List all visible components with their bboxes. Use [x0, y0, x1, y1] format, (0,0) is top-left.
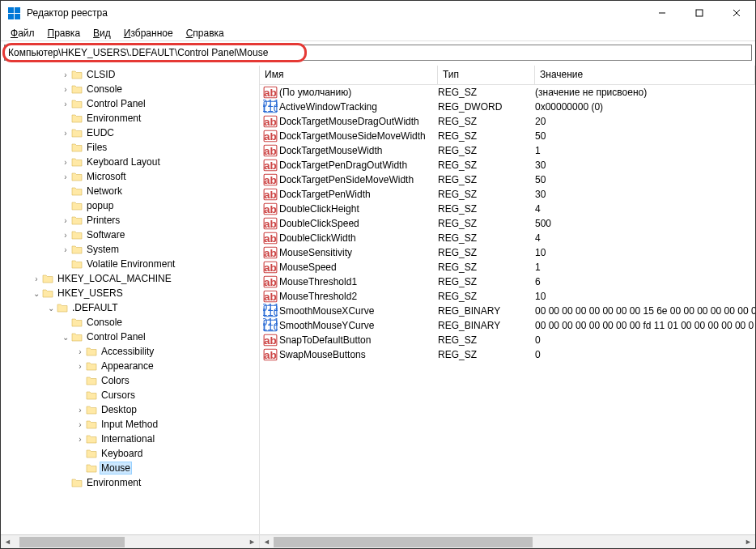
- folder-icon: [85, 360, 98, 372]
- svg-text:ab: ab: [264, 262, 277, 274]
- chevron-icon[interactable]: ›: [75, 347, 85, 356]
- scroll-right-icon[interactable]: ►: [245, 535, 259, 549]
- value-row[interactable]: 011110SmoothMouseYCurveREG_BINARY00 00 0…: [260, 318, 755, 333]
- value-row[interactable]: abDockTargetMouseSideMoveWidthREG_SZ50: [260, 129, 755, 143]
- tree-item[interactable]: ⌄.DEFAULT: [1, 300, 259, 315]
- chevron-icon[interactable]: ›: [61, 231, 70, 240]
- menu-help[interactable]: Справка: [181, 26, 229, 40]
- tree-item[interactable]: Environment: [1, 111, 259, 126]
- tree-item[interactable]: ›Keyboard Layout: [1, 155, 259, 169]
- tree-item[interactable]: ›Appearance: [1, 359, 259, 373]
- tree-item[interactable]: Environment: [1, 475, 259, 490]
- tree-item[interactable]: Network: [1, 184, 259, 198]
- value-list[interactable]: ab(По умолчанию)REG_SZ(значение не присв…: [260, 85, 755, 534]
- chevron-icon[interactable]: ›: [61, 172, 70, 181]
- tree-item-label: Files: [85, 142, 108, 153]
- tree-item[interactable]: Keyboard: [1, 446, 259, 461]
- tree-item[interactable]: ›CLSID: [1, 67, 259, 82]
- chevron-icon[interactable]: ›: [75, 406, 85, 415]
- value-row[interactable]: abMouseSensitivityREG_SZ10: [260, 245, 755, 260]
- value-row[interactable]: abSwapMouseButtonsREG_SZ0: [260, 347, 755, 362]
- chevron-icon[interactable]: ›: [75, 435, 85, 444]
- chevron-icon[interactable]: ›: [61, 158, 70, 167]
- value-row[interactable]: abDockTargetPenSideMoveWidthREG_SZ50: [260, 172, 755, 187]
- tree-item[interactable]: Files: [1, 140, 259, 155]
- value-row[interactable]: abDoubleClickHeightREG_SZ4: [260, 202, 755, 216]
- chevron-icon[interactable]: ›: [61, 100, 70, 109]
- value-row[interactable]: abMouseThreshold1REG_SZ6: [260, 274, 755, 289]
- chevron-icon[interactable]: ›: [75, 362, 85, 371]
- tree-hscroll[interactable]: ◄ ►: [1, 534, 259, 548]
- chevron-icon[interactable]: ›: [32, 274, 41, 283]
- col-value[interactable]: Значение: [535, 66, 755, 84]
- value-row[interactable]: abMouseThreshold2REG_SZ10: [260, 289, 755, 304]
- address-input[interactable]: [4, 45, 752, 61]
- tree-item[interactable]: ⌄Control Panel: [1, 330, 259, 344]
- chevron-icon[interactable]: ›: [61, 245, 70, 254]
- close-button[interactable]: [718, 1, 755, 25]
- menu-edit[interactable]: Правка: [43, 26, 86, 40]
- app-icon: [7, 6, 20, 19]
- value-row[interactable]: abDoubleClickWidthREG_SZ4: [260, 231, 755, 245]
- chevron-icon[interactable]: ⌄: [32, 289, 41, 298]
- tree-item[interactable]: Volatile Environment: [1, 257, 259, 271]
- menu-file[interactable]: Файл: [6, 26, 40, 40]
- value-type: REG_SZ: [438, 189, 535, 200]
- scroll-thumb[interactable]: [274, 537, 533, 547]
- tree-pane: ›CLSID›Console›Control PanelEnvironment›…: [1, 66, 260, 548]
- tree-item[interactable]: ›Printers: [1, 213, 259, 228]
- value-row[interactable]: 011110ActiveWindowTrackingREG_DWORD0x000…: [260, 100, 755, 114]
- svg-text:ab: ab: [264, 291, 277, 303]
- scroll-right-icon[interactable]: ►: [741, 535, 755, 549]
- value-name: DockTargetMouseSideMoveWidth: [279, 130, 438, 142]
- chevron-icon[interactable]: ›: [61, 129, 70, 138]
- chevron-icon[interactable]: ⌄: [61, 333, 70, 342]
- value-row[interactable]: abMouseSpeedREG_SZ1: [260, 260, 755, 274]
- list-hscroll[interactable]: ◄ ►: [260, 534, 755, 548]
- scroll-thumb[interactable]: [19, 537, 125, 547]
- value-row[interactable]: abDoubleClickSpeedREG_SZ500: [260, 216, 755, 231]
- value-row[interactable]: abSnapToDefaultButtonREG_SZ0: [260, 333, 755, 347]
- tree-item[interactable]: ›Desktop: [1, 402, 259, 417]
- tree-item-label: Environment: [85, 113, 142, 124]
- chevron-icon[interactable]: ›: [61, 70, 70, 79]
- tree-item[interactable]: ›EUDC: [1, 126, 259, 140]
- scroll-left-icon[interactable]: ◄: [260, 535, 274, 549]
- tree-item[interactable]: Colors: [1, 373, 259, 388]
- value-row[interactable]: abDockTargetMouseWidthREG_SZ1: [260, 143, 755, 158]
- value-row[interactable]: 011110SmoothMouseXCurveREG_BINARY00 00 0…: [260, 304, 755, 318]
- tree-item[interactable]: ›System: [1, 242, 259, 257]
- tree-item[interactable]: ›International: [1, 432, 259, 446]
- tree-item[interactable]: ›Control Panel: [1, 96, 259, 111]
- tree-item[interactable]: Cursors: [1, 388, 259, 402]
- menu-view[interactable]: Вид: [88, 26, 116, 40]
- tree-item[interactable]: popup: [1, 198, 259, 213]
- tree-item[interactable]: ›Input Method: [1, 417, 259, 432]
- col-name[interactable]: Имя: [260, 66, 438, 84]
- value-row[interactable]: abDockTargetPenDragOutWidthREG_SZ30: [260, 158, 755, 172]
- value-row[interactable]: abDockTargetMouseDragOutWidthREG_SZ20: [260, 114, 755, 129]
- tree-item[interactable]: ⌄HKEY_USERS: [1, 286, 259, 300]
- chevron-icon[interactable]: ⌄: [46, 304, 56, 313]
- minimize-button[interactable]: [643, 1, 681, 25]
- chevron-icon[interactable]: ›: [61, 216, 70, 225]
- tree-item[interactable]: Console: [1, 315, 259, 330]
- col-type[interactable]: Тип: [438, 66, 535, 84]
- chevron-icon[interactable]: ›: [61, 85, 70, 94]
- tree-item[interactable]: ›Software: [1, 228, 259, 242]
- chevron-icon[interactable]: ›: [75, 420, 85, 429]
- scroll-left-icon[interactable]: ◄: [1, 535, 15, 549]
- tree-item[interactable]: ›Console: [1, 82, 259, 96]
- value-row[interactable]: abDockTargetPenWidthREG_SZ30: [260, 187, 755, 202]
- tree-item[interactable]: ›Accessibility: [1, 344, 259, 359]
- menu-favorites[interactable]: Избранное: [119, 26, 178, 40]
- maximize-button[interactable]: [681, 1, 718, 25]
- tree-item[interactable]: Mouse: [1, 461, 259, 475]
- svg-text:110: 110: [263, 306, 278, 318]
- titlebar[interactable]: Редактор реестра: [1, 1, 755, 25]
- value-row[interactable]: ab(По умолчанию)REG_SZ(значение не присв…: [260, 85, 755, 100]
- registry-tree[interactable]: ›CLSID›Console›Control PanelEnvironment›…: [1, 66, 259, 534]
- tree-item[interactable]: ›HKEY_LOCAL_MACHINE: [1, 271, 259, 286]
- tree-item[interactable]: ›Microsoft: [1, 169, 259, 184]
- string-value-icon: ab: [263, 115, 278, 128]
